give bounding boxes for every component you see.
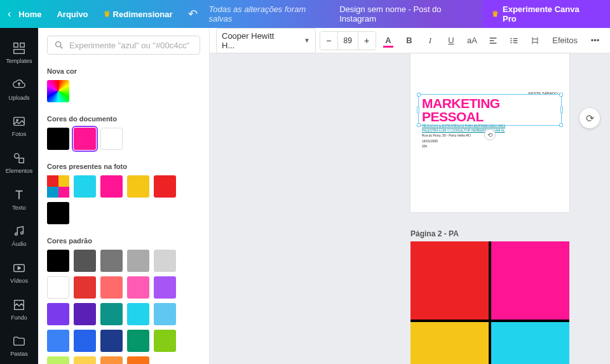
undo-icon[interactable]: ↶ (188, 7, 198, 21)
rail-uploads[interactable]: Uploads (0, 71, 38, 108)
font-size-decrease[interactable]: − (320, 32, 337, 50)
color-swatch[interactable] (100, 250, 123, 272)
color-swatch[interactable] (127, 303, 149, 325)
chevron-down-icon: ▼ (304, 37, 310, 44)
text-toolbar: Cooper Hewitt H...▼ − 89 + A B I U aA Ef… (210, 28, 610, 53)
search-input[interactable] (69, 41, 193, 50)
left-rail: Templates Uploads Fotos Elementos Texto … (0, 28, 38, 364)
quad-cyan[interactable] (491, 322, 569, 364)
defaultcolors-title: Cores padrão (47, 237, 200, 245)
color-swatch[interactable] (127, 276, 149, 299)
quad-yellow[interactable] (410, 322, 489, 364)
align-button[interactable] (484, 32, 501, 50)
svg-point-11 (56, 42, 61, 47)
color-swatch[interactable] (100, 303, 123, 325)
new-color-picker[interactable] (47, 80, 69, 102)
color-swatch[interactable] (47, 330, 69, 352)
svg-point-12 (510, 37, 512, 39)
svg-rect-0 (14, 43, 18, 47)
color-swatch[interactable] (154, 276, 176, 299)
search-icon (54, 40, 64, 50)
color-swatch[interactable] (100, 356, 123, 364)
quad-pink[interactable] (491, 241, 569, 320)
color-swatch[interactable] (154, 330, 176, 352)
page-2-canvas[interactable] (410, 241, 569, 364)
color-panel: Nova cor Cores do documento Cores presen… (38, 28, 210, 364)
crown-icon: ♛ (492, 10, 499, 18)
color-swatch[interactable] (47, 175, 69, 198)
rail-templates[interactable]: Templates (0, 34, 38, 71)
home-link[interactable]: Home (13, 6, 46, 23)
back-chevron-icon[interactable]: ‹ (8, 8, 11, 20)
italic-button[interactable]: I (421, 32, 438, 50)
list-button[interactable] (505, 32, 522, 50)
svg-rect-6 (19, 158, 24, 163)
font-select[interactable]: Cooper Hewitt H...▼ (216, 28, 316, 53)
rotate-handle[interactable]: ⟲ (484, 129, 496, 140)
page-1-canvas[interactable]: NESTE SÁBADO ⟲ MARKETING PESSOAL TÉCNICA… (410, 53, 569, 212)
color-swatch[interactable] (154, 250, 176, 272)
font-size-value[interactable]: 89 (337, 32, 358, 50)
resize-button[interactable]: ♛Redimensionar (98, 6, 178, 23)
newcolor-title: Nova cor (47, 67, 200, 75)
color-swatch[interactable] (47, 202, 69, 224)
color-swatch[interactable] (100, 330, 123, 352)
color-search[interactable] (47, 36, 200, 55)
color-swatch[interactable] (47, 250, 69, 272)
rail-videos[interactable]: Vídeos (0, 254, 38, 291)
color-swatch[interactable] (154, 175, 176, 198)
font-size-increase[interactable]: + (358, 32, 376, 50)
svg-point-13 (510, 40, 512, 41)
bold-button[interactable]: B (400, 32, 417, 50)
svg-point-5 (15, 154, 19, 158)
color-swatch[interactable] (47, 276, 69, 299)
color-swatch[interactable] (74, 356, 96, 364)
quad-red[interactable] (410, 241, 489, 320)
doccolors-title: Cores do documento (47, 115, 200, 123)
svg-rect-1 (20, 43, 24, 47)
color-swatch[interactable] (74, 330, 96, 352)
underline-button[interactable]: U (442, 32, 459, 50)
design-name[interactable]: Design sem nome - Post do Instagram (339, 4, 478, 24)
canvas-area: Cooper Hewitt H...▼ − 89 + A B I U aA Ef… (210, 28, 610, 364)
svg-point-14 (510, 42, 512, 43)
rail-background[interactable]: Fundo (0, 291, 38, 328)
time-text[interactable]: 20h (422, 144, 558, 149)
color-swatch[interactable] (154, 303, 176, 325)
rail-audio[interactable]: Áudio (0, 217, 38, 254)
text-color-button[interactable]: A (380, 32, 397, 50)
more-menu[interactable]: ••• (586, 32, 604, 50)
color-swatch[interactable] (47, 128, 69, 150)
color-swatch[interactable] (74, 276, 96, 299)
photocolors-title: Cores presentes na foto (47, 163, 200, 170)
color-swatch[interactable] (127, 175, 149, 198)
file-menu[interactable]: Arquivo (51, 6, 93, 23)
save-status: Todas as alterações foram salvas (209, 4, 330, 24)
color-swatch[interactable] (100, 175, 123, 198)
case-button[interactable]: aA (463, 32, 480, 50)
color-swatch[interactable] (127, 356, 149, 364)
refresh-button[interactable]: ⟳ (580, 108, 600, 128)
color-swatch[interactable] (47, 356, 69, 364)
rail-elements[interactable]: Elementos (0, 144, 38, 181)
try-pro-button[interactable]: ♛Experimente Canva Pro (483, 0, 602, 29)
color-swatch[interactable] (127, 330, 149, 352)
color-swatch[interactable] (74, 175, 96, 198)
svg-point-4 (17, 119, 18, 121)
spacing-button[interactable] (526, 32, 543, 50)
color-swatch[interactable] (100, 276, 123, 299)
rail-photos[interactable]: Fotos (0, 107, 38, 144)
rail-text[interactable]: Texto (0, 181, 38, 218)
rail-folders[interactable]: Pastas (0, 327, 38, 364)
color-swatch[interactable] (74, 250, 96, 272)
crown-icon: ♛ (104, 10, 111, 18)
svg-rect-2 (14, 50, 25, 53)
color-swatch[interactable] (127, 250, 149, 272)
color-swatch[interactable] (47, 303, 69, 325)
color-swatch[interactable] (74, 303, 96, 325)
effects-button[interactable]: Efeitos (547, 32, 583, 50)
text-selection-box[interactable]: ⟲ (418, 94, 562, 126)
color-swatch[interactable] (74, 128, 96, 150)
font-size-group: − 89 + (320, 31, 376, 50)
color-swatch[interactable] (100, 128, 123, 150)
